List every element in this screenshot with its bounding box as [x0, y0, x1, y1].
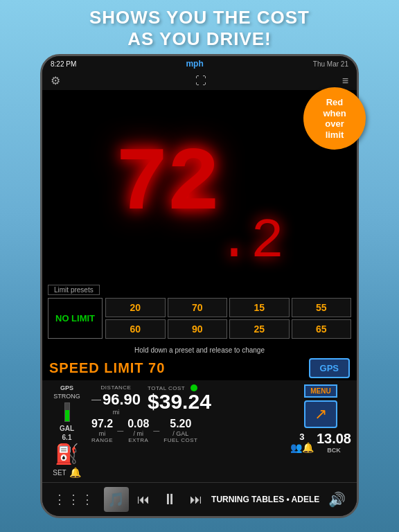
distance-block: DISTANCE 96.90 mi — [91, 384, 141, 416]
total-cost-block: TOTAL COST $39.24 — [148, 384, 285, 416]
no-limit-button[interactable]: NO LIMIT — [48, 298, 103, 339]
header-banner: SHOWS YOU THE COST AS YOU DRIVE! — [0, 0, 399, 54]
distance-divider — [91, 400, 101, 400]
menu-icon[interactable]: ≡ — [342, 75, 348, 87]
gps-label: GPS — [60, 384, 73, 391]
preset-btn-60[interactable]: 60 — [105, 319, 165, 339]
music-info: TURNING TABLES • ADELE — [211, 495, 319, 504]
top-nav: ⚙ ⛶ ≡ — [42, 71, 357, 90]
fuel-cost-value: 5.20 — [170, 418, 191, 430]
speed-limit-bar: SPEED LIMIT 70 GPS — [42, 356, 357, 380]
preset-btn-20[interactable]: 20 — [105, 298, 165, 317]
settings-icon[interactable]: ⚙ — [51, 74, 60, 87]
song-title: TURNING TABLES • ADELE — [211, 495, 319, 504]
status-bar: 8:22 PM mph Thu Mar 21 — [42, 56, 357, 71]
bell-icon[interactable]: 🔔 — [69, 467, 81, 478]
stats-row-bottom: 97.2 mi RANGE — 0.08 / mi EXTRA — 5.20 — [91, 418, 285, 443]
stats-center: DISTANCE 96.90 mi TOTAL COST — [91, 384, 285, 478]
presets-label: Limit presets — [48, 285, 100, 295]
distance-unit: mi — [113, 409, 120, 416]
menu-button[interactable]: MENU — [304, 384, 337, 398]
gal-label: GAL — [60, 425, 74, 432]
preset-btn-90[interactable]: 90 — [168, 319, 227, 339]
people-icon: 👥🔔 — [290, 442, 314, 453]
gps-strong: STRONG — [53, 393, 80, 400]
total-cost-value: $39.24 — [148, 391, 211, 412]
orange-badge: Redwhenoverlimit — [303, 87, 366, 150]
speed-main: 72 — [115, 140, 218, 230]
fuel-cost-label: FUEL COST — [163, 437, 197, 443]
header-line1: SHOWS YOU THE COST — [0, 7, 399, 28]
gps-bar — [64, 402, 70, 422]
expand-icon[interactable]: ⛶ — [195, 75, 206, 87]
gal-value: 6.1 — [62, 434, 72, 441]
dash1: — — [117, 427, 123, 434]
bck-label: BCK — [327, 447, 341, 454]
rewind-button[interactable]: ⏮ — [137, 493, 150, 507]
range-unit: mi — [99, 430, 106, 437]
range-block: 97.2 mi RANGE — [91, 418, 113, 443]
extra-label: EXTRA — [128, 437, 148, 443]
preset-btn-55[interactable]: 55 — [292, 298, 352, 317]
distance-value: 96.90 — [103, 391, 141, 409]
gps-button[interactable]: GPS — [309, 358, 350, 378]
range-value: 97.2 — [91, 418, 113, 430]
status-title: mph — [186, 59, 203, 69]
pause-button[interactable]: ⏸ — [162, 490, 177, 508]
extra-value: 0.08 — [127, 418, 149, 430]
trip-count: 3 👥🔔 — [290, 432, 314, 453]
set-button[interactable]: SET — [53, 469, 66, 477]
fast-forward-button[interactable]: ⏭ — [190, 493, 202, 507]
trip-number: 3 — [299, 432, 304, 442]
presets-grid: NO LIMIT 20 70 15 55 60 90 25 65 — [48, 298, 351, 339]
range-label: RANGE — [91, 437, 113, 443]
preset-btn-15[interactable]: 15 — [229, 298, 289, 317]
right-panel: MENU ↗ 3 👥🔔 13.08 BCK — [290, 384, 351, 478]
distance-label: DISTANCE — [101, 384, 132, 391]
fuel-cost-unit: / GAL — [172, 430, 188, 437]
volume-button[interactable]: 🔊 — [328, 491, 346, 508]
music-controls: ⏮ ⏸ ⏭ — [137, 490, 202, 508]
status-time: 8:22 PM — [51, 60, 76, 68]
dash2: — — [153, 427, 159, 434]
speed-decimal: .2 — [218, 210, 284, 273]
preset-btn-65[interactable]: 65 — [292, 319, 352, 339]
status-date: Thu Mar 21 — [313, 60, 348, 68]
pump-icon: ⛽ — [55, 443, 79, 466]
fuel-cost-block: 5.20 / GAL FUEL COST — [163, 418, 197, 443]
header-line2: AS YOU DRIVE! — [0, 28, 399, 50]
badge-text: Redwhenoverlimit — [323, 97, 346, 140]
hold-hint: Hold down a preset and release to change — [42, 344, 357, 356]
preset-btn-70[interactable]: 70 — [168, 298, 227, 317]
speed-limit-text: SPEED LIMIT 70 — [49, 360, 165, 376]
extra-unit: / mi — [133, 430, 143, 437]
bck-area: 3 👥🔔 13.08 BCK — [290, 431, 351, 454]
music-dots-icon[interactable]: ⋮⋮⋮ — [53, 492, 95, 507]
bck-value: 13.08 — [317, 431, 351, 447]
preset-btn-25[interactable]: 25 — [229, 319, 289, 339]
gps-panel: GPS STRONG GAL 6.1 ⛽ SET 🔔 — [48, 384, 86, 478]
stats-section: GPS STRONG GAL 6.1 ⛽ SET 🔔 — [42, 380, 357, 482]
stats-row-top: DISTANCE 96.90 mi TOTAL COST — [91, 384, 285, 416]
presets-numbers: 20 70 15 55 60 90 25 65 — [105, 298, 351, 339]
status-icons: Thu Mar 21 — [313, 60, 348, 68]
presets-section: Limit presets NO LIMIT 20 70 15 55 60 90… — [42, 280, 357, 344]
extra-block: 0.08 / mi EXTRA — [127, 418, 149, 443]
share-button[interactable]: ↗ — [304, 400, 337, 428]
album-thumbnail[interactable]: 🎵 — [104, 487, 129, 512]
music-bar: ⋮⋮⋮ 🎵 ⏮ ⏸ ⏭ TURNING TABLES • ADELE 🔊 — [42, 482, 357, 516]
